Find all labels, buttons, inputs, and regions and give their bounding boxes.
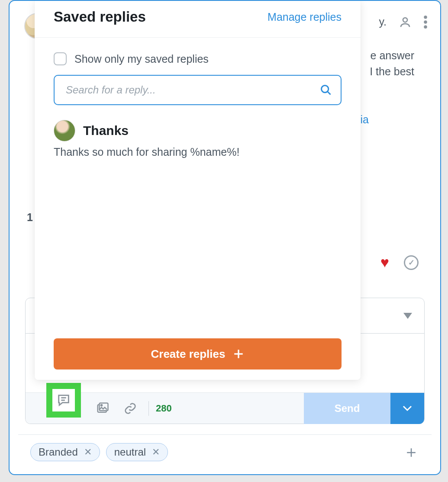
close-icon[interactable]: ✕: [84, 447, 92, 458]
search-input[interactable]: [54, 75, 342, 105]
saved-replies-highlight: [46, 383, 81, 418]
send-options-button[interactable]: [390, 393, 424, 424]
partial-text: e answer: [371, 48, 414, 64]
partial-text: y.: [379, 14, 387, 30]
svg-point-2: [424, 20, 427, 24]
create-replies-button[interactable]: Create replies: [54, 338, 342, 370]
top-right-controls: y.: [379, 14, 427, 30]
checkbox[interactable]: [54, 52, 67, 65]
svg-point-10: [101, 404, 102, 405]
tags-row: Branded ✕ neutral ✕ ＋: [18, 434, 432, 469]
tag-label: Branded: [39, 446, 78, 458]
tag-pill[interactable]: neutral ✕: [106, 443, 168, 461]
create-replies-label: Create replies: [151, 347, 226, 361]
svg-point-3: [424, 25, 427, 29]
more-icon[interactable]: [424, 16, 427, 29]
send-button[interactable]: Send: [304, 393, 390, 424]
saved-replies-popover: Saved replies Manage replies Show only m…: [35, 1, 361, 380]
manage-replies-link[interactable]: Manage replies: [268, 11, 342, 23]
tag-label: neutral: [114, 446, 146, 458]
toolbar-separator: [148, 401, 149, 416]
checkbox-label: Show only my saved replies: [74, 53, 209, 65]
hashtag-fragment[interactable]: ia: [361, 113, 369, 126]
avatar: [54, 120, 75, 141]
saved-reply-body: Thanks so much for sharing %name%!: [54, 146, 342, 158]
saved-reply-item[interactable]: Thanks Thanks so much for sharing %name%…: [54, 120, 342, 158]
partial-text: I the best: [370, 64, 414, 80]
link-icon[interactable]: [121, 399, 140, 418]
add-tag-button[interactable]: ＋: [403, 441, 419, 463]
close-icon[interactable]: ✕: [152, 447, 160, 458]
popover-body: Show only my saved replies Thanks Thanks…: [35, 38, 361, 380]
svg-line-14: [328, 92, 331, 95]
popover-header: Saved replies Manage replies: [35, 1, 361, 38]
plus-icon: [233, 348, 244, 360]
search-reply-wrap: [54, 75, 342, 105]
svg-point-1: [424, 16, 427, 19]
svg-point-0: [403, 18, 407, 22]
chevron-down-icon[interactable]: [403, 313, 412, 319]
svg-point-13: [322, 86, 329, 93]
show-only-mine-row[interactable]: Show only my saved replies: [54, 52, 342, 65]
svg-marker-4: [403, 313, 412, 319]
saved-replies-button[interactable]: [52, 389, 75, 411]
saved-reply-title: Thanks: [83, 123, 129, 138]
app-frame: y. e answer I the best ia 1 I ♥ ✓: [9, 0, 441, 475]
tag-pill[interactable]: Branded ✕: [30, 443, 100, 461]
popover-title: Saved replies: [54, 9, 146, 25]
image-icon[interactable]: [93, 399, 112, 418]
compose-toolbar: 280 Send: [26, 392, 424, 424]
check-circle-icon[interactable]: ✓: [404, 255, 419, 270]
send-group: Send: [304, 393, 424, 424]
message-actions: ♥ ✓: [380, 254, 419, 271]
heart-icon[interactable]: ♥: [380, 254, 389, 271]
char-count: 280: [156, 403, 172, 414]
search-icon[interactable]: [320, 84, 332, 96]
person-icon[interactable]: [399, 16, 412, 29]
